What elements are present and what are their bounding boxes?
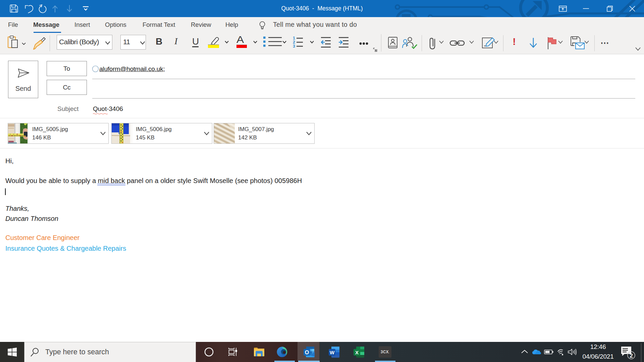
svg-text:W: W [330,350,335,355]
svg-text:2: 2 [630,353,633,359]
svg-text:X: X [355,350,359,355]
svg-text:3: 3 [293,44,295,49]
svg-text:O: O [305,350,309,355]
